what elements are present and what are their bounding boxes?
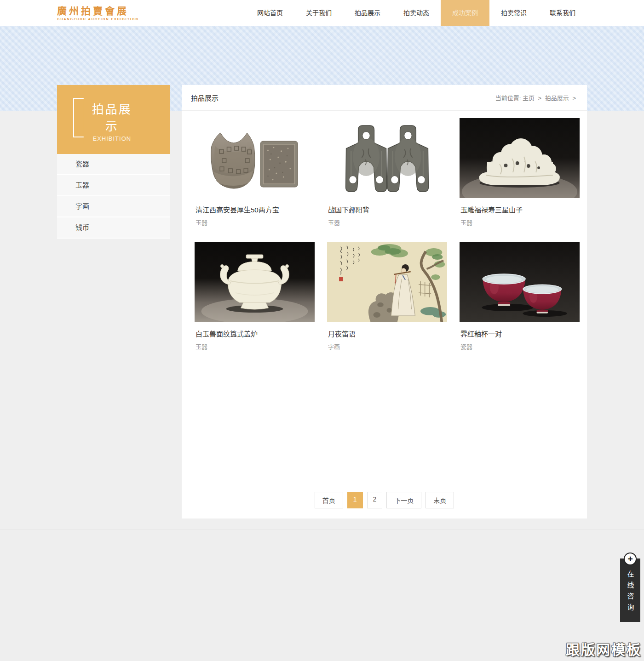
product-grid: 清江西高安县厚生50两方宝 玉器 [182, 111, 587, 351]
product-title[interactable]: 霁红釉杯一对 [460, 329, 579, 338]
product-card: 白玉兽面纹簋式盖炉 玉器 [195, 242, 315, 351]
content: 拍品展示 EXHIBITION 瓷器 玉器 字画 钱币 拍品展示 当前位置: 主… [57, 85, 587, 519]
sidebar-item-painting[interactable]: 字画 [57, 196, 170, 217]
product-title[interactable]: 清江西高安县厚生50两方宝 [196, 205, 314, 214]
product-card: 清江西高安县厚生50两方宝 玉器 [195, 118, 315, 227]
breadcrumb-current-link[interactable]: 拍品展示 [545, 95, 569, 102]
product-card: 月夜笛语 字画 [327, 242, 447, 351]
product-image-figure-painting[interactable] [327, 242, 447, 322]
logo-subtitle: GUANGZHOU AUCTION EXHIBITION [57, 17, 138, 21]
breadcrumb-home-link[interactable]: 主页 [523, 95, 535, 102]
product-image-silver-ingots[interactable] [195, 118, 315, 198]
product-category: 瓷器 [460, 342, 579, 351]
product-image-white-jade-censer[interactable] [195, 242, 315, 322]
pagination-last-button[interactable]: 末页 [426, 492, 454, 508]
product-image-bronze-spade-coins[interactable] [327, 118, 447, 198]
plus-icon[interactable]: + [624, 553, 637, 565]
template-watermark: 跟版网模板 [566, 638, 642, 659]
pagination-first-button[interactable]: 首页 [315, 492, 343, 508]
product-image-white-jade-mountain-carving[interactable] [460, 118, 580, 198]
sidebar-menu: 瓷器 玉器 字画 钱币 [57, 154, 170, 239]
product-category: 玉器 [196, 342, 314, 351]
site-logo[interactable]: 廣州拍賣會展 GUANGZHOU AUCTION EXHIBITION [57, 0, 138, 26]
sidebar-header: 拍品展示 EXHIBITION [57, 85, 170, 154]
product-card: 战国下邲阳背 玉器 [327, 118, 447, 227]
nav-item-cases[interactable]: 成功案例 [441, 0, 489, 26]
page-title: 拍品展示 [191, 93, 218, 103]
product-category: 字画 [328, 342, 446, 351]
footer [0, 530, 644, 661]
product-category: 玉器 [460, 218, 579, 227]
breadcrumb: 当前位置: 主页 > 拍品展示 > [495, 93, 578, 102]
breadcrumb-label: 当前位置: [495, 95, 521, 102]
nav-item-home[interactable]: 网站首页 [246, 0, 294, 26]
header: 廣州拍賣會展 GUANGZHOU AUCTION EXHIBITION 网站首页… [0, 0, 644, 26]
product-category: 玉器 [196, 218, 314, 227]
sidebar: 拍品展示 EXHIBITION 瓷器 玉器 字画 钱币 [57, 85, 170, 239]
breadcrumb-bar: 拍品展示 当前位置: 主页 > 拍品展示 > [182, 85, 587, 111]
nav-item-news[interactable]: 拍卖动态 [392, 0, 441, 26]
breadcrumb-separator: > [538, 95, 542, 102]
nav-item-knowledge[interactable]: 拍卖常识 [489, 0, 538, 26]
sidebar-item-coins[interactable]: 钱币 [57, 217, 170, 239]
online-consult-widget[interactable]: + 在线咨询 [620, 553, 640, 622]
logo-title: 廣州拍賣會展 [57, 6, 138, 16]
pagination-page-1-button[interactable]: 1 [347, 492, 363, 508]
product-title[interactable]: 战国下邲阳背 [328, 205, 446, 214]
page: 廣州拍賣會展 GUANGZHOU AUCTION EXHIBITION 网站首页… [0, 0, 644, 661]
product-card: 霁红釉杯一对 瓷器 [460, 242, 580, 351]
sidebar-subtitle: EXHIBITION [88, 135, 136, 142]
product-title[interactable]: 白玉兽面纹簋式盖炉 [196, 329, 314, 338]
product-title[interactable]: 月夜笛语 [328, 329, 446, 338]
product-title[interactable]: 玉雕福禄寿三星山子 [460, 205, 579, 214]
pagination-next-button[interactable]: 下一页 [386, 492, 421, 508]
product-category: 玉器 [328, 218, 446, 227]
sidebar-title-block: 拍品展示 EXHIBITION [84, 97, 140, 144]
main-panel: 拍品展示 当前位置: 主页 > 拍品展示 > [182, 85, 587, 519]
sidebar-title: 拍品展示 [88, 100, 136, 134]
product-card: 玉雕福禄寿三星山子 玉器 [460, 118, 580, 227]
consult-bar[interactable]: 在线咨询 [620, 558, 640, 622]
nav-item-about[interactable]: 关于我们 [294, 0, 343, 26]
sidebar-item-jade[interactable]: 玉器 [57, 175, 170, 196]
nav-item-contact[interactable]: 联系我们 [538, 0, 587, 26]
breadcrumb-separator: > [572, 95, 576, 102]
pagination: 首页 1 2 下一页 末页 [182, 492, 587, 508]
main-nav: 网站首页 关于我们 拍品展示 拍卖动态 成功案例 拍卖常识 联系我们 [246, 0, 587, 26]
consult-label: 在线咨询 [626, 570, 635, 615]
sidebar-item-porcelain[interactable]: 瓷器 [57, 154, 170, 175]
nav-item-exhibition[interactable]: 拍品展示 [343, 0, 392, 26]
product-image-red-bowls[interactable] [460, 242, 580, 322]
pagination-page-2-button[interactable]: 2 [367, 492, 383, 508]
